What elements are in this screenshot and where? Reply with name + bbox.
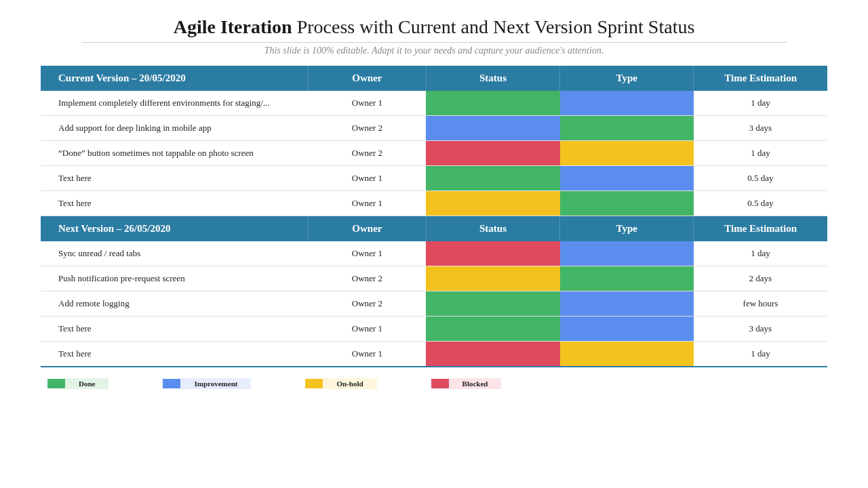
- status-cell: [426, 116, 559, 141]
- table-row: Add support for deep linking in mobile a…: [41, 116, 827, 141]
- type-swatch-done: [560, 116, 694, 140]
- status-swatch-done: [426, 291, 559, 316]
- legend-item-blocked: Blocked: [431, 378, 502, 389]
- type-swatch-done: [560, 191, 694, 216]
- legend-item-improvement: Improvement: [163, 378, 251, 389]
- time-cell: 2 days: [694, 266, 827, 291]
- type-swatch-onhold: [560, 342, 694, 366]
- type-cell: [560, 91, 694, 116]
- table-row: Text hereOwner 10.5 day: [41, 166, 827, 191]
- owner-cell: Owner 2: [308, 141, 426, 166]
- table-row: Text hereOwner 10.5 day: [41, 191, 827, 216]
- column-header: Status: [426, 216, 559, 242]
- task-cell: Implement completely different environme…: [41, 91, 308, 116]
- task-cell: Text here: [41, 317, 308, 342]
- legend-label: Improvement: [180, 378, 251, 389]
- owner-cell: Owner 2: [308, 116, 426, 141]
- table-row: “Done” button sometimes not tappable on …: [41, 141, 827, 166]
- column-header: Type: [560, 216, 694, 242]
- owner-cell: Owner 1: [308, 191, 426, 216]
- status-swatch-improvement: [426, 116, 559, 140]
- section-header: Current Version – 20/05/2020OwnerStatusT…: [41, 66, 827, 91]
- section-header: Next Version – 26/05/2020OwnerStatusType…: [41, 216, 827, 242]
- column-header: Owner: [308, 216, 426, 242]
- status-swatch-blocked: [426, 342, 559, 366]
- column-header: Type: [560, 66, 694, 91]
- column-header: Time Estimation: [694, 66, 827, 91]
- time-cell: 1 day: [694, 241, 827, 266]
- title-divider: [81, 42, 787, 43]
- status-cell: [426, 291, 559, 317]
- type-cell: [560, 241, 694, 266]
- status-swatch-blocked: [426, 141, 559, 165]
- table-row: Sync unread / read tabsOwner 11 day: [41, 241, 827, 266]
- task-cell: Text here: [41, 191, 308, 216]
- time-cell: 1 day: [694, 342, 827, 367]
- type-cell: [560, 317, 694, 342]
- title-bold: Agile Iteration: [174, 16, 292, 37]
- table-row: Add remote loggingOwner 2few hours: [41, 291, 827, 317]
- legend-swatch-done: [47, 379, 65, 388]
- status-cell: [426, 141, 559, 166]
- owner-cell: Owner 2: [308, 266, 426, 291]
- status-cell: [426, 166, 559, 191]
- type-swatch-done: [560, 266, 694, 291]
- table-row: Text hereOwner 11 day: [41, 342, 827, 367]
- time-cell: 1 day: [694, 141, 827, 166]
- time-cell: 3 days: [694, 116, 827, 141]
- column-header: Owner: [308, 66, 426, 91]
- slide-title: Agile Iteration Process with Current and…: [41, 16, 827, 38]
- sprint-table: Current Version – 20/05/2020OwnerStatusT…: [41, 66, 827, 367]
- status-swatch-onhold: [426, 266, 559, 291]
- column-header: Status: [426, 66, 559, 91]
- status-cell: [426, 317, 559, 342]
- task-cell: Text here: [41, 166, 308, 191]
- legend-label: Done: [65, 378, 108, 389]
- legend-swatch-improvement: [163, 379, 180, 388]
- owner-cell: Owner 1: [308, 241, 426, 266]
- type-cell: [560, 266, 694, 291]
- status-cell: [426, 342, 559, 367]
- owner-cell: Owner 1: [308, 91, 426, 116]
- status-cell: [426, 266, 559, 291]
- owner-cell: Owner 1: [308, 342, 426, 367]
- task-cell: “Done” button sometimes not tappable on …: [41, 141, 308, 166]
- task-cell: Add remote logging: [41, 291, 308, 317]
- time-cell: 0.5 day: [694, 166, 827, 191]
- type-cell: [560, 116, 694, 141]
- legend-label: Blocked: [449, 378, 502, 389]
- type-swatch-improvement: [560, 166, 694, 190]
- section-title: Next Version – 26/05/2020: [41, 216, 308, 242]
- legend-swatch-blocked: [431, 379, 449, 388]
- type-swatch-improvement: [560, 91, 694, 115]
- owner-cell: Owner 2: [308, 291, 426, 317]
- status-swatch-blocked: [426, 241, 559, 266]
- legend-label: On-hold: [323, 378, 376, 389]
- time-cell: few hours: [694, 291, 827, 317]
- owner-cell: Owner 1: [308, 166, 426, 191]
- table-row: Text hereOwner 13 days: [41, 317, 827, 342]
- type-cell: [560, 191, 694, 216]
- status-cell: [426, 191, 559, 216]
- type-cell: [560, 166, 694, 191]
- task-cell: Sync unread / read tabs: [41, 241, 308, 266]
- table-row: Push notification pre-request screenOwne…: [41, 266, 827, 291]
- owner-cell: Owner 1: [308, 317, 426, 342]
- title-rest: Process with Current and Next Version Sp…: [292, 16, 695, 37]
- status-swatch-done: [426, 317, 559, 341]
- legend-swatch-onhold: [305, 379, 323, 388]
- status-swatch-done: [426, 91, 559, 115]
- legend-item-onhold: On-hold: [305, 378, 376, 389]
- status-swatch-done: [426, 166, 559, 190]
- type-cell: [560, 291, 694, 317]
- type-swatch-improvement: [560, 241, 694, 266]
- type-cell: [560, 141, 694, 166]
- table-row: Implement completely different environme…: [41, 91, 827, 116]
- status-cell: [426, 91, 559, 116]
- slide-subtitle: This slide is 100% editable. Adapt it to…: [41, 45, 827, 56]
- task-cell: Text here: [41, 342, 308, 367]
- legend-item-done: Done: [47, 378, 108, 389]
- time-cell: 1 day: [694, 91, 827, 116]
- task-cell: Push notification pre-request screen: [41, 266, 308, 291]
- type-swatch-improvement: [560, 291, 694, 316]
